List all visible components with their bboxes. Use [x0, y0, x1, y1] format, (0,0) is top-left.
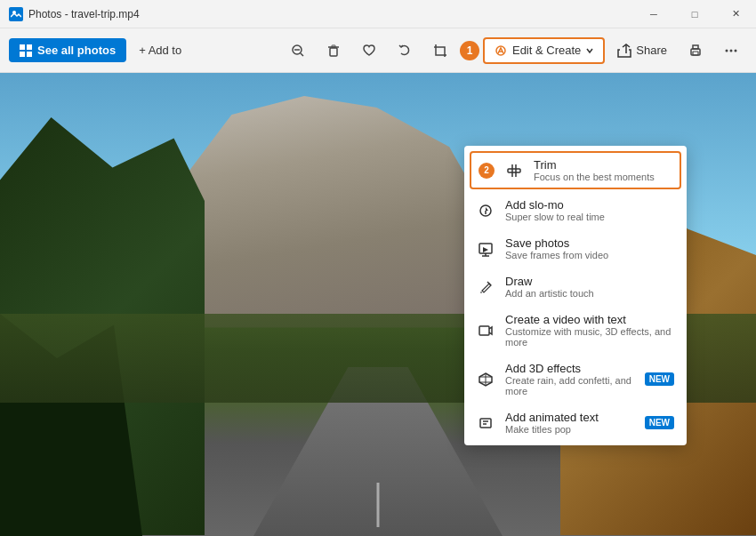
title-bar: Photos - travel-trip.mp4 ─ □ ✕	[0, 0, 756, 28]
edit-create-dropdown: 2 Trim Focus on the best moments Add slo…	[464, 146, 687, 445]
maximize-button[interactable]: □	[674, 0, 715, 28]
app-icon	[9, 7, 23, 21]
share-icon	[617, 44, 631, 58]
trim-text: Trim Focus on the best moments	[534, 158, 672, 182]
dropdown-item-create-video[interactable]: Create a video with text Customize with …	[464, 306, 687, 355]
svg-rect-16	[693, 45, 698, 49]
step-1-badge: 1	[460, 41, 479, 60]
trim-icon	[505, 162, 523, 180]
svg-marker-29	[483, 247, 488, 252]
step-2-badge: 2	[479, 163, 495, 179]
toolbar: See all photos + Add to 1 Edit & Create …	[0, 28, 756, 73]
3d-effects-icon	[477, 371, 495, 388]
svg-rect-17	[693, 52, 698, 55]
crop-icon	[433, 44, 447, 58]
window-controls: ─ □ ✕	[633, 0, 756, 28]
heart-icon	[362, 44, 376, 58]
main-content: 2 Trim Focus on the best moments Add slo…	[0, 73, 756, 536]
dropdown-item-draw[interactable]: Draw Add an artistic touch	[464, 268, 687, 306]
3d-effects-text: Add 3D effects Create rain, add confetti…	[505, 362, 634, 396]
dropdown-item-trim[interactable]: 2 Trim Focus on the best moments	[470, 151, 681, 189]
svg-rect-21	[508, 169, 520, 172]
dropdown-item-animated-text[interactable]: Add animated text Make titles pop NEW	[464, 404, 687, 442]
svg-line-8	[301, 53, 303, 56]
svg-point-19	[730, 49, 733, 52]
create-video-icon	[477, 322, 495, 340]
animated-text-new-badge: NEW	[645, 416, 674, 429]
close-button[interactable]: ✕	[715, 0, 756, 28]
more-button[interactable]	[715, 35, 747, 67]
add-to-button[interactable]: + Add to	[130, 38, 190, 62]
animated-text-text: Add animated text Make titles pop	[505, 411, 634, 435]
dropdown-item-3d-effects[interactable]: Add 3D effects Create rain, add confetti…	[464, 355, 687, 404]
favorite-button[interactable]	[353, 35, 385, 67]
rotate-button[interactable]	[389, 35, 421, 67]
print-icon	[688, 44, 703, 58]
grid-icon	[20, 44, 32, 57]
chevron-down-icon	[585, 46, 594, 55]
svg-rect-4	[20, 52, 25, 57]
create-video-text: Create a video with text Customize with …	[505, 313, 674, 348]
road-line	[377, 483, 380, 527]
print-button[interactable]	[680, 35, 712, 67]
save-photos-text: Save photos Save frames from video	[505, 236, 674, 260]
slo-mo-text: Add slo-mo Super slow to real time	[505, 198, 674, 222]
edit-create-button[interactable]: Edit & Create	[483, 37, 605, 64]
delete-icon	[326, 44, 341, 58]
svg-rect-11	[332, 45, 335, 47]
svg-rect-31	[479, 326, 489, 335]
rotate-icon	[398, 44, 412, 58]
svg-rect-3	[27, 44, 32, 50]
save-photos-icon	[477, 240, 495, 258]
title-text: Photos - travel-trip.mp4	[28, 8, 140, 20]
svg-rect-5	[27, 52, 32, 57]
edit-icon	[494, 44, 508, 58]
dropdown-item-save-photos[interactable]: Save photos Save frames from video	[464, 229, 687, 268]
delete-button[interactable]	[318, 35, 350, 67]
zoom-out-button[interactable]	[282, 35, 314, 67]
dropdown-item-slo-mo[interactable]: Add slo-mo Super slow to real time	[464, 191, 687, 229]
share-button[interactable]: Share	[608, 39, 676, 62]
crop-button[interactable]	[424, 35, 456, 67]
svg-point-18	[726, 49, 728, 52]
more-icon	[724, 44, 738, 58]
svg-rect-36	[480, 419, 491, 428]
minimize-button[interactable]: ─	[633, 0, 674, 28]
draw-icon	[477, 278, 495, 296]
svg-point-20	[735, 49, 737, 52]
3d-effects-new-badge: NEW	[645, 372, 674, 386]
slo-mo-icon	[477, 202, 495, 220]
svg-rect-2	[20, 44, 25, 50]
draw-text: Draw Add an artistic touch	[505, 275, 674, 299]
zoom-out-icon	[291, 44, 305, 58]
see-all-photos-button[interactable]: See all photos	[9, 38, 126, 62]
animated-text-icon	[477, 414, 495, 432]
svg-rect-9	[330, 48, 337, 56]
title-bar-left: Photos - travel-trip.mp4	[9, 7, 140, 21]
